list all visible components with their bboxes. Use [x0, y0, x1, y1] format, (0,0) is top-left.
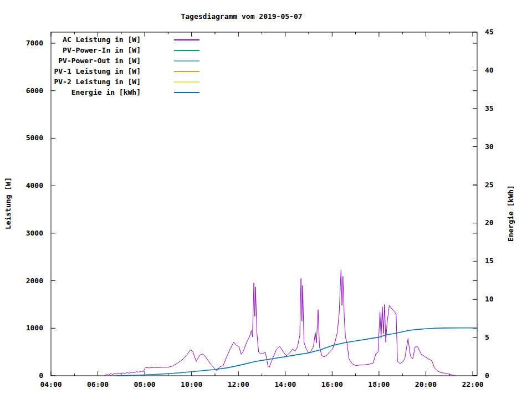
y-left-tick-label: 7000	[26, 39, 43, 47]
x-tick-label: 04:00	[40, 380, 62, 388]
legend-label: AC Leistung in [W]	[51, 35, 141, 44]
y-right-tick-label: 0	[485, 371, 489, 380]
legend-item: PV-2 Leistung in [W]	[51, 76, 200, 87]
series-line-ac-leistung-in-w	[105, 270, 454, 376]
legend-item: AC Leistung in [W]	[51, 34, 200, 45]
y-right-tick-label: 25	[485, 181, 494, 189]
y-left-tick-label: 0	[39, 371, 43, 380]
legend-label: PV-Power-In in [W]	[51, 46, 141, 54]
legend-label: Energie in [kWh]	[51, 88, 141, 96]
y-right-tick-label: 30	[485, 142, 494, 151]
legend: AC Leistung in [W]PV-Power-In in [W]PV-P…	[51, 34, 200, 98]
chart-canvas: 04:0006:0008:0010:0012:0014:0016:0018:00…	[0, 0, 532, 399]
y-left-tick-label: 2000	[26, 277, 43, 285]
x-tick-label: 06:00	[87, 380, 109, 388]
y-left-tick-label: 1000	[26, 324, 43, 332]
legend-line-sample	[174, 50, 200, 51]
legend-label: PV-Power-Out in [W]	[51, 57, 141, 65]
chart-title: Tagesdiagramm vom 2019-05-07	[181, 12, 302, 21]
x-tick-label: 20:00	[415, 380, 437, 388]
y-left-tick-label: 4000	[26, 181, 43, 190]
legend-line-sample	[174, 71, 200, 72]
y-left-tick-label: 3000	[26, 229, 43, 237]
x-tick-label: 08:00	[134, 380, 156, 388]
x-tick-label: 10:00	[181, 380, 202, 388]
legend-label: PV-1 Leistung in [W]	[51, 67, 141, 75]
y-axis-label-right: Energie [kWh]	[507, 185, 515, 242]
y-right-tick-label: 5	[485, 333, 489, 341]
legend-item: Energie in [kWh]	[51, 87, 200, 98]
legend-line-sample	[174, 92, 200, 93]
y-right-tick-label: 20	[485, 218, 494, 227]
x-tick-label: 14:00	[274, 380, 296, 388]
legend-line-sample	[174, 39, 200, 40]
y-left-tick-label: 5000	[26, 134, 43, 142]
series-line-energie-in-kwh	[116, 328, 477, 376]
y-right-tick-label: 35	[485, 104, 494, 112]
y-right-tick-label: 40	[485, 66, 494, 74]
x-tick-label: 22:00	[462, 380, 483, 388]
x-tick-label: 12:00	[228, 380, 249, 388]
y-right-tick-label: 15	[485, 257, 494, 265]
legend-item: PV-Power-In in [W]	[51, 45, 200, 55]
y-left-tick-label: 6000	[26, 86, 43, 95]
x-tick-label: 16:00	[321, 380, 343, 388]
y-axis-label-left: Leistung [W]	[4, 177, 12, 229]
legend-line-sample	[174, 60, 200, 62]
y-right-tick-label: 45	[485, 28, 494, 36]
legend-item: PV-Power-Out in [W]	[51, 55, 200, 66]
legend-item: PV-1 Leistung in [W]	[51, 66, 200, 76]
y-right-tick-label: 10	[485, 295, 494, 303]
legend-label: PV-2 Leistung in [W]	[51, 78, 141, 86]
x-tick-label: 18:00	[368, 380, 390, 388]
legend-line-sample	[174, 81, 200, 83]
